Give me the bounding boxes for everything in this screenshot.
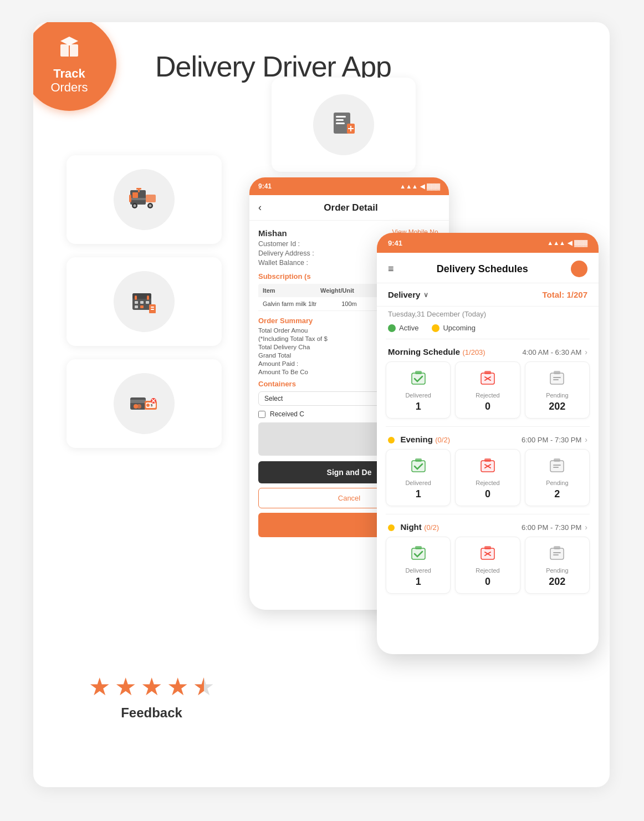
evening-cards: Delivered 1 Rejected 0	[386, 449, 590, 506]
ds-wifi-icon: ◀	[568, 239, 572, 247]
total-display: Total: 1/207	[543, 290, 587, 299]
svg-rect-33	[151, 309, 154, 310]
evening-delivered-card[interactable]: Delivered 1	[386, 449, 451, 506]
evening-delivered-icon	[407, 455, 430, 477]
svg-rect-45	[412, 373, 425, 384]
night-delivered-card[interactable]: Delivered 1	[386, 537, 451, 594]
feature-card-3[interactable]: $	[67, 359, 222, 448]
received-label: Received C	[270, 410, 304, 418]
top-center-feature-card[interactable]	[272, 78, 416, 172]
svg-rect-46	[415, 371, 422, 374]
morning-schedule-header[interactable]: Morning Schedule (1/203) 4:00 AM - 6:30 …	[386, 341, 590, 361]
ds-status-icons: ▲▲▲ ◀ ▓▓▓	[547, 239, 587, 247]
pending-value-night: 202	[549, 576, 565, 588]
evening-title: Evening	[400, 435, 432, 444]
night-delivered-icon	[407, 543, 430, 565]
feedback-section: ★ ★ ★ ★ ★ ★ Feedback	[89, 672, 214, 721]
morning-rejected-card[interactable]: Rejected 0	[455, 361, 520, 419]
night-title-group: Night (0/2)	[388, 522, 439, 532]
evening-title-group: Evening (0/2)	[388, 435, 450, 445]
ds-screen-header: ≡ Delivery Schedules	[377, 253, 599, 283]
evening-schedule-header[interactable]: Evening (0/2) 6:00 PM - 7:30 PM ›	[386, 429, 590, 449]
delivery-charge-label: Total Delivery Cha	[258, 344, 310, 350]
morning-title-group: Morning Schedule (1/203)	[388, 347, 485, 357]
morning-pending-card[interactable]: Pending 202	[525, 361, 590, 419]
ds-header-dot[interactable]	[571, 261, 587, 277]
rejected-label-morning: Rejected	[476, 392, 499, 399]
svg-rect-71	[550, 548, 564, 559]
feature-card-2[interactable]	[67, 257, 222, 346]
evening-schedule-section: Evening (0/2) 6:00 PM - 7:30 PM ›	[377, 429, 599, 514]
night-rejected-card[interactable]: Rejected 0	[455, 537, 520, 594]
package-icon	[56, 33, 83, 65]
legend-active: Active	[388, 324, 418, 332]
svg-rect-51	[550, 373, 564, 384]
pending-value-morning: 202	[549, 401, 565, 412]
night-chevron-icon: ›	[585, 523, 587, 532]
night-schedule-header[interactable]: Night (0/2) 6:00 PM - 7:30 PM ›	[386, 517, 590, 537]
track-label: Track	[53, 67, 85, 80]
back-button[interactable]: ‹	[258, 202, 262, 213]
svg-rect-27	[146, 301, 149, 304]
feature-card-1[interactable]	[67, 155, 222, 244]
morning-title: Morning Schedule	[388, 347, 460, 356]
evening-time: 6:00 PM - 7:30 PM	[522, 436, 581, 444]
wifi-icon-1: ◀	[420, 183, 425, 190]
tax-note: (*Including Total Tax of $	[258, 335, 328, 342]
order-detail-icon-circle	[313, 94, 374, 155]
svg-rect-29	[140, 305, 144, 308]
svg-rect-4	[336, 116, 346, 118]
status-icons-1: ▲▲▲ ◀ ▓▓▓	[400, 183, 440, 190]
evening-count: (0/2)	[435, 436, 450, 444]
svg-rect-23	[135, 295, 137, 300]
orders-label: Orders	[50, 81, 88, 94]
section-divider-1	[386, 339, 590, 339]
morning-schedule-section: Morning Schedule (1/203) 4:00 AM - 6:30 …	[377, 341, 599, 426]
active-dot	[388, 324, 396, 332]
night-pending-card[interactable]: Pending 202	[525, 537, 590, 594]
delivered-icon	[407, 368, 430, 390]
morning-delivered-card[interactable]: Delivered 1	[386, 361, 451, 419]
svg-rect-62	[554, 458, 560, 462]
evening-rejected-card[interactable]: Rejected 0	[455, 449, 520, 506]
delivery-icon-circle-1	[114, 169, 175, 230]
customer-name: Mishan	[258, 228, 287, 238]
svg-rect-18	[129, 195, 131, 202]
night-schedule-section: Night (0/2) 6:00 PM - 7:30 PM ›	[377, 517, 599, 601]
svg-rect-56	[415, 458, 422, 462]
customer-id-label: Customer Id :	[258, 240, 300, 248]
rejected-label-night: Rejected	[476, 567, 499, 574]
status-bar-1: 9:41 ▲▲▲ ◀ ▓▓▓	[249, 177, 449, 195]
amount-collect-label: Amount To Be Co	[258, 369, 308, 375]
evening-rejected-icon	[477, 455, 499, 477]
delivery-filter-label: Delivery	[388, 290, 420, 299]
col-weight: Weight/Unit	[320, 287, 378, 294]
hamburger-menu-icon[interactable]: ≡	[388, 263, 394, 275]
svg-rect-12	[130, 198, 146, 200]
evening-status-dot	[388, 437, 395, 443]
amount-paid-label: Amount Paid :	[258, 360, 298, 367]
received-checkbox[interactable]	[258, 411, 265, 418]
ds-battery-icon: ▓▓▓	[574, 239, 587, 246]
evening-pending-card[interactable]: Pending 2	[525, 449, 590, 506]
svg-rect-20	[136, 188, 141, 190]
svg-rect-65	[412, 548, 425, 559]
svg-rect-5	[336, 119, 344, 121]
svg-rect-58	[484, 458, 491, 462]
time-display-1: 9:41	[258, 182, 272, 190]
svg-rect-35	[130, 400, 146, 403]
night-time: 6:00 PM - 7:30 PM	[522, 523, 581, 532]
pending-label-night: Pending	[546, 567, 568, 574]
svg-rect-61	[550, 461, 564, 472]
ds-filter-row: Delivery ∨ Total: 1/207	[377, 283, 599, 307]
svg-rect-26	[140, 301, 144, 304]
night-status-dot	[388, 524, 395, 531]
track-orders-badge[interactable]: Track Orders	[33, 22, 116, 111]
delivered-label-morning: Delivered	[405, 392, 431, 399]
svg-rect-6	[336, 123, 345, 124]
night-count: (0/2)	[424, 523, 439, 532]
svg-point-15	[134, 205, 136, 207]
ds-screen-title: Delivery Schedules	[437, 263, 528, 275]
svg-rect-52	[554, 371, 560, 374]
delivery-filter-button[interactable]: Delivery ∨	[388, 290, 428, 299]
